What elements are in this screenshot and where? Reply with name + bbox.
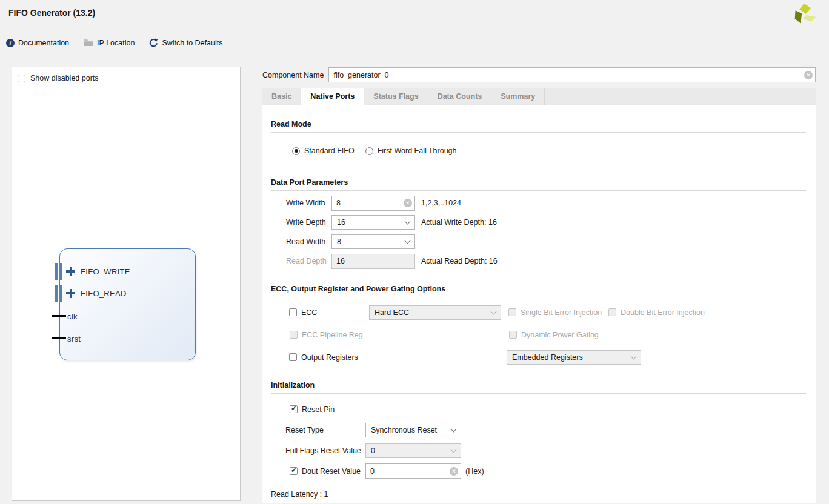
pin-stub (52, 315, 66, 317)
port-name: clk (67, 312, 78, 321)
dout-reset-value-label: Dout Reset Value (302, 467, 361, 476)
reset-type-dropdown[interactable]: Synchronous Reset (365, 423, 461, 437)
actual-write-depth: Actual Write Depth: 16 (421, 218, 497, 227)
ecc-label: ECC (301, 308, 317, 317)
expand-plus-icon[interactable] (66, 267, 75, 276)
reset-pin-group[interactable]: Reset Pin (290, 405, 335, 414)
toolbar: i Documentation IP Location Switch to De… (6, 38, 222, 47)
ecc-pipeline-reg-label: ECC Pipeline Reg (302, 331, 363, 339)
read-width-row: Read Width 8 (286, 234, 816, 249)
ip-symbol-panel: Show disabled ports FIFO_WRITE FIFO_READ… (12, 67, 241, 501)
read-mode-section-title: Read Mode (271, 120, 806, 133)
write-width-label: Write Width (286, 199, 331, 207)
dout-reset-value-group[interactable]: Dout Reset Value (290, 467, 365, 476)
port-name: srst (67, 334, 81, 343)
reset-type-row: Reset Type Synchronous Reset (285, 422, 816, 437)
full-flags-reset-value-row: Full Flags Reset Value 0 (285, 443, 816, 458)
ip-location-button[interactable]: IP Location (84, 39, 135, 47)
port-row-clk: clk (67, 308, 78, 324)
chevron-down-icon (491, 308, 497, 314)
write-depth-label: Write Depth (286, 218, 331, 227)
write-width-row: Write Width ✕ 1,2,3,..1024 (286, 196, 816, 210)
ip-symbol-block: FIFO_WRITE FIFO_READ clk srst (59, 248, 196, 360)
expand-plus-icon[interactable] (66, 289, 75, 298)
dout-reset-value-input[interactable] (366, 464, 461, 478)
dout-reset-value-row: Dout Reset Value ✕ (Hex) (290, 463, 816, 479)
ecc-row-3: Output Registers Embedded Registers (289, 350, 816, 365)
tab-native-ports[interactable]: Native Ports (301, 88, 364, 106)
port-row-srst: srst (67, 331, 81, 346)
output-registers-checkbox[interactable] (289, 353, 297, 361)
folder-icon (84, 39, 93, 47)
port-name: FIFO_READ (81, 289, 127, 298)
read-width-value: 8 (337, 237, 341, 246)
show-disabled-ports-label: Show disabled ports (30, 74, 99, 82)
write-width-input[interactable] (332, 196, 414, 210)
ecc-checkbox[interactable] (289, 308, 297, 316)
customize-ip-body: Show disabled ports FIFO_WRITE FIFO_READ… (0, 55, 829, 503)
double-bit-error-injection-group: Double Bit Error Injection (608, 308, 705, 317)
show-disabled-ports-checkbox[interactable] (18, 75, 25, 82)
ip-location-label: IP Location (97, 39, 135, 47)
tab-bar: Basic Native Ports Status Flags Data Cou… (262, 88, 816, 105)
register-type-value: Embedded Registers (512, 353, 583, 362)
documentation-button[interactable]: i Documentation (6, 39, 69, 47)
tab-data-counts[interactable]: Data Counts (428, 88, 492, 105)
dout-reset-value-field-wrap: ✕ (365, 463, 461, 479)
dout-reset-value-checkbox[interactable] (290, 467, 298, 475)
chevron-down-icon (631, 353, 637, 359)
refresh-icon (149, 38, 158, 47)
write-depth-value: 16 (337, 218, 345, 227)
chevron-down-icon (451, 426, 457, 432)
ecc-checkbox-group[interactable]: ECC (289, 308, 369, 317)
clear-icon[interactable]: ✕ (450, 467, 458, 476)
write-width-hint: 1,2,3,..1024 (421, 199, 461, 207)
read-depth-row: Read Depth Actual Read Depth: 16 (286, 254, 816, 268)
radio-icon (292, 147, 300, 155)
double-bit-error-injection-checkbox (608, 308, 616, 316)
output-registers-group[interactable]: Output Registers (289, 353, 507, 362)
radio-first-word-fall-through[interactable]: First Word Fall Through (365, 147, 457, 155)
component-name-input[interactable] (329, 68, 815, 82)
component-name-row: Component Name ✕ (262, 67, 816, 83)
port-name: FIFO_WRITE (81, 267, 130, 276)
ecc-pipeline-reg-group: ECC Pipeline Reg (290, 331, 509, 339)
read-width-dropdown[interactable]: 8 (331, 234, 415, 249)
component-name-label: Component Name (262, 71, 324, 79)
full-flags-reset-value: 0 (371, 446, 375, 455)
output-registers-label: Output Registers (301, 353, 358, 362)
show-disabled-ports-row: Show disabled ports (18, 74, 99, 82)
bus-connector-icon (55, 285, 62, 302)
chevron-down-icon (405, 238, 411, 244)
reset-pin-checkbox[interactable] (290, 405, 298, 413)
single-bit-error-injection-checkbox (508, 308, 516, 316)
port-row-fifo-read: FIFO_READ (66, 285, 127, 301)
dynamic-power-gating-group: Dynamic Power Gating (509, 331, 599, 339)
brand-logo (790, 2, 818, 28)
radio-icon (365, 147, 373, 155)
tab-summary[interactable]: Summary (491, 88, 545, 105)
ecc-mode-dropdown: Hard ECC (369, 305, 501, 320)
clear-icon[interactable]: ✕ (404, 199, 412, 207)
switch-to-defaults-button[interactable]: Switch to Defaults (149, 38, 222, 47)
ecc-row-1: ECC Hard ECC Single Bit Error Injection … (289, 305, 816, 320)
reset-type-label: Reset Type (285, 426, 365, 434)
clear-icon[interactable]: ✕ (804, 71, 813, 79)
ecc-row-2: ECC Pipeline Reg Dynamic Power Gating (290, 327, 816, 342)
pin-stub (52, 337, 66, 339)
radio-standard-fifo[interactable]: Standard FIFO (292, 147, 355, 155)
reset-type-value: Synchronous Reset (371, 426, 437, 434)
tab-status-flags[interactable]: Status Flags (364, 88, 428, 105)
actual-read-depth: Actual Read Depth: 16 (421, 257, 498, 265)
reset-pin-label: Reset Pin (302, 405, 335, 414)
tab-basic[interactable]: Basic (262, 88, 301, 105)
double-bit-error-injection-label: Double Bit Error Injection (621, 308, 705, 317)
single-bit-error-injection-group: Single Bit Error Injection (508, 308, 608, 317)
native-ports-tab-content: Read Mode Standard FIFO First Word Fall … (262, 105, 816, 503)
window-title: FIFO Generator (13.2) (8, 8, 95, 18)
data-port-parameters-section-title: Data Port Parameters (271, 178, 806, 191)
write-depth-dropdown[interactable]: 16 (331, 215, 415, 230)
port-row-fifo-write: FIFO_WRITE (66, 264, 130, 279)
ecc-mode-value: Hard ECC (375, 308, 409, 317)
initialization-section-title: Initialization (271, 381, 806, 394)
